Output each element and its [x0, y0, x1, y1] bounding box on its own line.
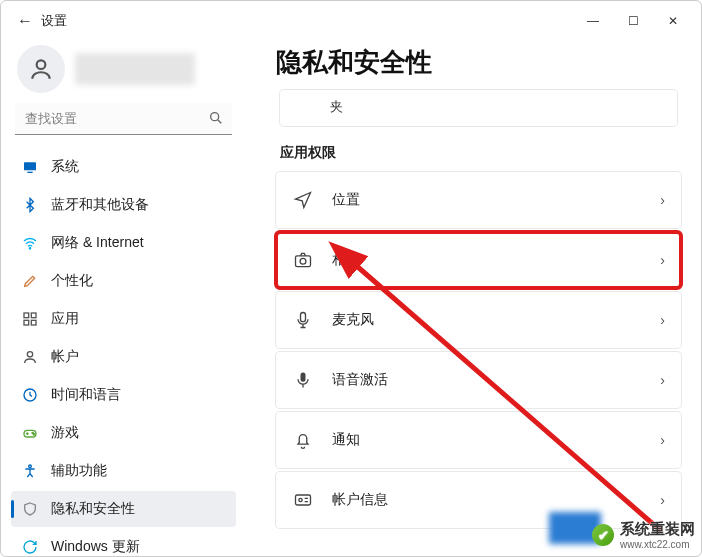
sidebar-item-gaming[interactable]: 游戏 — [11, 415, 236, 451]
previous-section-stub[interactable]: 夹 — [280, 90, 677, 126]
svg-point-1 — [211, 113, 219, 121]
window-title: 设置 — [41, 12, 67, 30]
section-label: 应用权限 — [280, 144, 681, 162]
permission-label: 通知 — [332, 431, 660, 449]
sidebar-item-apps[interactable]: 应用 — [11, 301, 236, 337]
svg-line-2 — [218, 120, 222, 124]
system-icon — [21, 158, 39, 176]
svg-point-17 — [300, 258, 306, 264]
bluetooth-icon — [21, 196, 39, 214]
maximize-button[interactable]: ☐ — [613, 6, 653, 36]
sidebar-item-label: Windows 更新 — [51, 538, 140, 556]
svg-point-5 — [29, 248, 30, 249]
svg-rect-18 — [301, 313, 306, 322]
sidebar-item-bluetooth[interactable]: 蓝牙和其他设备 — [11, 187, 236, 223]
search-box[interactable] — [15, 103, 232, 135]
chevron-right-icon: › — [660, 372, 665, 388]
svg-point-21 — [299, 498, 302, 501]
username-redacted — [75, 53, 195, 85]
permission-label: 帐户信息 — [332, 491, 660, 509]
gaming-icon — [21, 424, 39, 442]
accessibility-icon — [21, 462, 39, 480]
svg-point-14 — [33, 434, 34, 435]
main-content: 隐私和安全性 夹 应用权限 位置›相机›麦克风›语音激活›通知›帐户信息› — [246, 41, 701, 556]
sidebar-item-personalize[interactable]: 个性化 — [11, 263, 236, 299]
sidebar-item-update[interactable]: Windows 更新 — [11, 529, 236, 557]
svg-point-0 — [37, 60, 46, 69]
sidebar-item-label: 网络 & Internet — [51, 234, 144, 252]
chevron-right-icon: › — [660, 252, 665, 268]
notifications-icon — [292, 429, 314, 451]
microphone-icon — [292, 309, 314, 331]
svg-rect-6 — [24, 313, 29, 318]
sidebar-item-system[interactable]: 系统 — [11, 149, 236, 185]
time-icon — [21, 386, 39, 404]
sidebar-item-label: 帐户 — [51, 348, 79, 366]
permission-microphone[interactable]: 麦克风› — [276, 292, 681, 348]
personalize-icon — [21, 272, 39, 290]
permission-cards: 位置›相机›麦克风›语音激活›通知›帐户信息› — [276, 172, 681, 528]
svg-rect-9 — [31, 320, 36, 325]
search-input[interactable] — [15, 103, 232, 135]
sidebar-item-time[interactable]: 时间和语言 — [11, 377, 236, 413]
watermark-icon: ✔ — [592, 524, 614, 546]
minimize-button[interactable]: — — [573, 6, 613, 36]
sidebar-item-label: 隐私和安全性 — [51, 500, 135, 518]
privacy-icon — [21, 500, 39, 518]
permission-notifications[interactable]: 通知› — [276, 412, 681, 468]
location-icon — [292, 189, 314, 211]
svg-point-15 — [29, 465, 32, 468]
svg-point-10 — [27, 352, 32, 357]
svg-rect-8 — [24, 320, 29, 325]
svg-rect-19 — [301, 373, 306, 382]
avatar-icon — [17, 45, 65, 93]
permission-label: 麦克风 — [332, 311, 660, 329]
permission-label: 位置 — [332, 191, 660, 209]
sidebar-item-label: 时间和语言 — [51, 386, 121, 404]
search-icon — [208, 110, 224, 126]
back-button[interactable]: ← — [9, 12, 41, 30]
account-info-icon — [292, 489, 314, 511]
watermark-site: 系统重装网 — [620, 520, 695, 539]
watermark: ✔ 系统重装网 www.xtc22.com — [592, 520, 695, 550]
svg-rect-4 — [27, 172, 32, 173]
chevron-right-icon: › — [660, 192, 665, 208]
sidebar-item-accessibility[interactable]: 辅助功能 — [11, 453, 236, 489]
sidebar-item-network[interactable]: 网络 & Internet — [11, 225, 236, 261]
page-heading: 隐私和安全性 — [276, 45, 681, 80]
permission-voice[interactable]: 语音激活› — [276, 352, 681, 408]
chevron-right-icon: › — [660, 432, 665, 448]
svg-rect-16 — [296, 256, 311, 267]
sidebar-item-privacy[interactable]: 隐私和安全性 — [11, 491, 236, 527]
sidebar-item-label: 辅助功能 — [51, 462, 107, 480]
apps-icon — [21, 310, 39, 328]
permission-label: 语音激活 — [332, 371, 660, 389]
sidebar-item-label: 系统 — [51, 158, 79, 176]
nav-list: 系统蓝牙和其他设备网络 & Internet个性化应用帐户时间和语言游戏辅助功能… — [11, 149, 236, 557]
camera-icon — [292, 249, 314, 271]
permission-location[interactable]: 位置› — [276, 172, 681, 228]
sidebar-item-label: 蓝牙和其他设备 — [51, 196, 149, 214]
update-icon — [21, 538, 39, 556]
profile-section[interactable] — [11, 45, 236, 93]
sidebar-item-label: 个性化 — [51, 272, 93, 290]
permission-camera[interactable]: 相机› — [276, 232, 681, 288]
svg-rect-3 — [24, 162, 36, 170]
svg-rect-7 — [31, 313, 36, 318]
svg-rect-20 — [296, 495, 311, 505]
close-button[interactable]: ✕ — [653, 6, 693, 36]
permission-label: 相机 — [332, 251, 660, 269]
watermark-url: www.xtc22.com — [620, 539, 695, 550]
chevron-right-icon: › — [660, 312, 665, 328]
voice-icon — [292, 369, 314, 391]
chevron-right-icon: › — [660, 492, 665, 508]
sidebar: 系统蓝牙和其他设备网络 & Internet个性化应用帐户时间和语言游戏辅助功能… — [1, 41, 246, 556]
network-icon — [21, 234, 39, 252]
sidebar-item-label: 应用 — [51, 310, 79, 328]
title-bar: ← 设置 — ☐ ✕ — [1, 1, 701, 41]
accounts-icon — [21, 348, 39, 366]
sidebar-item-accounts[interactable]: 帐户 — [11, 339, 236, 375]
sidebar-item-label: 游戏 — [51, 424, 79, 442]
